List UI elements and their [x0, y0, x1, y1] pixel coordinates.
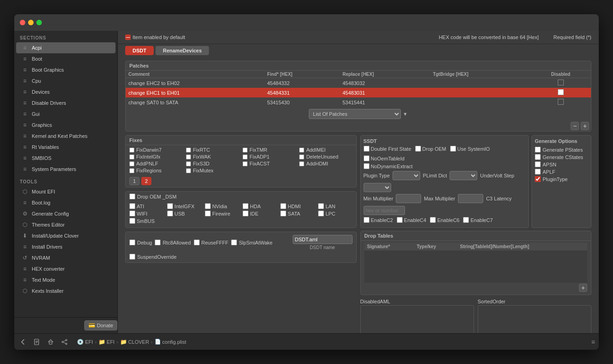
file-button[interactable] [32, 337, 42, 347]
enable-c7[interactable]: EnableC7 [463, 217, 492, 223]
sidebar-item-devices[interactable]: ≡ Devices [16, 86, 116, 97]
sidebar-item-install-drivers[interactable]: ≡ Install Drivers [16, 241, 116, 252]
ssdt-no-oem-table[interactable]: NoOemTableId [364, 155, 405, 161]
plimit-select[interactable] [450, 171, 477, 180]
patch-disabled[interactable] [531, 88, 591, 97]
dev-wifi[interactable]: WIFI [129, 210, 163, 216]
add-patch-button[interactable]: + [581, 122, 589, 130]
sidebar-item-boot-graphics[interactable]: ≡ Boot Graphics [16, 64, 116, 75]
sidebar-item-boot-log[interactable]: ≡ Boot.log [16, 197, 116, 208]
sidebar-item-hex-converter[interactable]: ≡ HEX converter [16, 263, 116, 274]
fix-mutex[interactable]: FixMutex [186, 168, 239, 173]
dev-firewire[interactable]: Firewire [205, 210, 239, 216]
fix-tmr[interactable]: FixTMR [243, 147, 295, 153]
sidebar-item-boot[interactable]: ≡ Boot [16, 53, 116, 64]
sidebar-item-mount-efi[interactable]: ⬡ Mount EFI [16, 186, 116, 197]
dev-usb[interactable]: USB [167, 210, 201, 216]
fix-rtc[interactable]: FixRTC [186, 147, 239, 153]
fix-s3d[interactable]: FixS3D [186, 161, 239, 166]
sidebar-item-kernel-kext[interactable]: ≡ Kernel and Kext Patches [16, 131, 116, 142]
ssdt-use-systemio[interactable]: Use SystemIO [450, 146, 490, 152]
dev-intelgfx[interactable]: IntelGFX [167, 203, 201, 209]
plugin-type-select[interactable] [393, 171, 420, 180]
sidebar-item-gui[interactable]: ≡ Gui [16, 108, 116, 119]
minimize-button[interactable] [28, 20, 34, 25]
table-row[interactable]: change EHC2 to EH02 45484332 45483032 [126, 78, 591, 88]
sidebar-item-install-clover[interactable]: ⬇ Install/Update Clover [16, 230, 116, 241]
list-patches-select[interactable]: List Of Patches [309, 109, 401, 119]
dev-nvidia[interactable]: NVidia [205, 203, 239, 209]
table-row[interactable]: change EHC1 to EH01 45484331 45483031 [126, 88, 591, 97]
share-button[interactable] [59, 337, 69, 347]
fix-wak[interactable]: FixWAK [186, 154, 239, 159]
dev-hda[interactable]: HDA [243, 203, 277, 209]
patch-disabled[interactable] [531, 78, 591, 88]
sidebar-item-acpi[interactable]: ≡ Acpi [16, 42, 116, 53]
back-button[interactable] [18, 337, 28, 347]
dev-smbus[interactable]: SmBUS [129, 218, 163, 224]
sidebar-item-text-mode[interactable]: ≡ Text Mode [16, 274, 116, 285]
fix-intelgfx[interactable]: FixIntelGfx [129, 154, 182, 159]
c3-latency-input[interactable] [364, 206, 405, 215]
ssdt-no-dynamic[interactable]: NoDynamicExtract [364, 163, 413, 169]
dev-ide[interactable]: IDE [243, 210, 277, 216]
fix-addhdmi[interactable]: AddHDMI [299, 161, 352, 166]
maximize-button[interactable] [36, 20, 42, 25]
sidebar-item-generate-config[interactable]: ⚙ Generate Config [16, 208, 116, 219]
gen-cstates[interactable]: Generate CStates [535, 154, 588, 160]
fix-addpnlf[interactable]: AddPNLF [129, 161, 182, 166]
enable-c2[interactable]: EnableC2 [364, 217, 393, 223]
sidebar-item-system-parameters[interactable]: ≡ System Parameters [16, 164, 116, 175]
suspend-checkbox[interactable]: SuspendOverride [129, 254, 353, 260]
slpsmi-checkbox[interactable]: SlpSmiAtWake [231, 239, 272, 245]
fix-addimei[interactable]: AddIMEI [299, 147, 352, 153]
dev-lpc[interactable]: LPC [318, 210, 352, 216]
sidebar-item-rt-variables[interactable]: ≡ Rt Variables [16, 142, 116, 153]
ssdt-drop-oem[interactable]: Drop OEM [415, 146, 446, 152]
home-button[interactable] [46, 337, 56, 347]
min-mult-input[interactable] [396, 194, 421, 203]
rtc8-checkbox[interactable]: Rtc8Allowed [155, 239, 191, 245]
gen-plugin-type[interactable]: PluginType [535, 176, 588, 182]
table-row[interactable]: change SAT0 to SATA 53415430 53415441 [126, 97, 591, 107]
dev-ati[interactable]: ATI [129, 203, 163, 209]
enable-c6[interactable]: EnableC6 [430, 217, 459, 223]
sidebar-item-disable-drivers[interactable]: ≡ Disable Drivers [16, 97, 116, 108]
sidebar-item-graphics[interactable]: ≡ Graphics [16, 119, 116, 131]
sidebar-item-cpu[interactable]: ≡ Cpu [16, 75, 116, 86]
dev-hdmi[interactable]: HDMI [280, 203, 314, 209]
disabled-aml-textarea[interactable] [360, 305, 474, 333]
close-button[interactable] [20, 20, 25, 25]
sidebar-item-nvram[interactable]: ↺ NVRAM [16, 252, 116, 263]
sidebar-item-themes-editor[interactable]: ⬡ Themes Editor [16, 219, 116, 230]
dev-sata[interactable]: SATA [280, 210, 314, 216]
remove-patch-button[interactable]: − [571, 122, 579, 130]
max-mult-input[interactable] [458, 194, 483, 203]
ssdt-double-first[interactable]: Double First State [364, 146, 411, 152]
patch-disabled[interactable] [531, 97, 591, 107]
gen-pstates[interactable]: Generate PStates [535, 147, 588, 153]
dev-lan[interactable]: LAN [318, 203, 352, 209]
drop-oem-checkbox[interactable] [129, 193, 135, 199]
enable-c4[interactable]: EnableC4 [397, 217, 426, 223]
undervolt-select[interactable] [364, 183, 391, 192]
add-dt-button[interactable]: + [579, 284, 587, 292]
tab-rename-devices[interactable]: RenameDevices [156, 46, 209, 55]
fix-darwin7[interactable]: FixDarwin7 [129, 147, 182, 153]
hamburger-menu-button[interactable]: ≡ [591, 338, 595, 346]
fix-deleteunused[interactable]: DeleteUnused [299, 154, 352, 159]
donate-button[interactable]: 💳 Donate [84, 320, 117, 330]
fix-adp1[interactable]: FixADP1 [243, 154, 295, 159]
page-1-button[interactable]: 1 [129, 177, 139, 185]
fix-acst[interactable]: FixACST [243, 161, 295, 166]
dsdt-name-input[interactable] [293, 235, 353, 244]
tab-dsdt[interactable]: DSDT [125, 46, 154, 55]
debug-checkbox[interactable]: Debug [129, 239, 152, 245]
sorted-order-textarea[interactable] [478, 305, 591, 333]
gen-aplf[interactable]: APLF [535, 169, 588, 175]
page-2-button[interactable]: 2 [141, 177, 151, 185]
gen-apsn[interactable]: APSN [535, 161, 588, 167]
scroll-area[interactable]: Patches Comment Find* [HEX] Replace [HEX… [118, 57, 599, 333]
reuse-checkbox[interactable]: ReuseFFFF [194, 239, 229, 245]
fix-regions[interactable]: FixRegions [129, 168, 182, 173]
